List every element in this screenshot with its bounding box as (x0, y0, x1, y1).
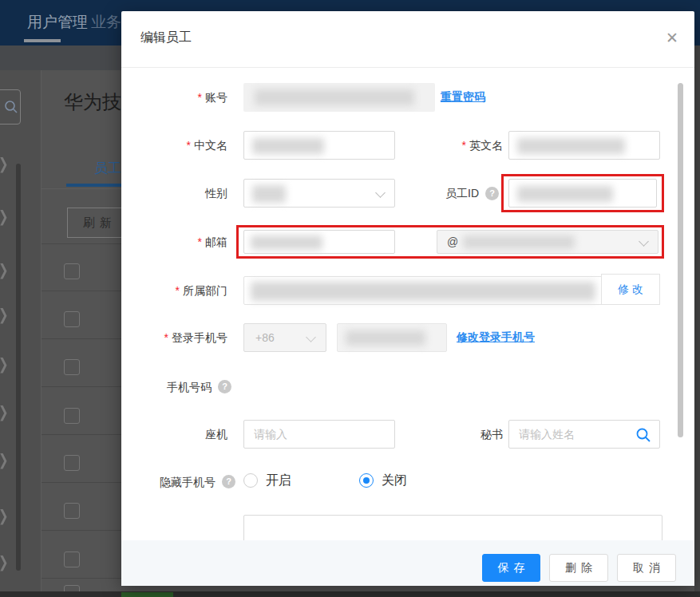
gender-value-redacted (252, 185, 286, 203)
email-local-value-redacted (251, 235, 322, 250)
landline-input-wrap (243, 420, 395, 449)
refresh-button[interactable]: 刷新 (67, 208, 128, 238)
email-domain-prefix: @ (447, 235, 458, 248)
landline-label: 座机 (121, 420, 227, 449)
screen: 用户管理 业务 ❯❯❯❯❯❯❯❯❯ 华为技 员工 刷新 编辑员工 ✕ *账号 (0, 0, 700, 597)
row-checkbox[interactable] (64, 552, 80, 567)
sidebar-scrollbar[interactable] (16, 164, 21, 571)
required-mark: * (176, 284, 180, 297)
edit-employee-dialog: 编辑员工 ✕ *账号 重置密码 *中文名 *英文名 性别 员工ID (121, 11, 694, 586)
mobile-label: 手机号码 (121, 379, 212, 395)
secretary-input-wrap (508, 420, 660, 449)
english-name-input[interactable] (508, 131, 660, 160)
dialog-header: 编辑员工 ✕ (121, 11, 694, 68)
account-label: *账号 (121, 83, 227, 112)
radio-on-label[interactable]: 开启 (266, 472, 291, 489)
nav-tab-user-management[interactable]: 用户管理 (27, 12, 88, 33)
background-green-element (121, 592, 173, 597)
email-domain-select[interactable]: @ (437, 230, 658, 254)
row-checkbox[interactable] (64, 408, 80, 424)
modify-department-button[interactable]: 修改 (601, 274, 660, 305)
hide-phone-label: 隐藏手机号 (121, 474, 216, 490)
tab-bar-divider (42, 188, 121, 189)
tab-active-underline (66, 184, 121, 187)
row-checkbox[interactable] (64, 263, 80, 279)
search-icon[interactable] (635, 427, 651, 443)
row-checkbox[interactable] (64, 503, 80, 519)
search-icon (4, 100, 18, 114)
radio-on[interactable] (243, 473, 258, 488)
modify-login-phone-link[interactable]: 修改登录手机号 (457, 330, 535, 345)
tree-expand-chevron-icon[interactable]: ❯ (0, 355, 9, 374)
required-mark: * (187, 139, 191, 152)
tree-expand-chevron-icon[interactable]: ❯ (0, 208, 9, 226)
login-phone-field (337, 323, 447, 352)
required-mark: * (198, 91, 202, 104)
table-row-divider (42, 434, 121, 435)
help-icon[interactable]: ? (218, 380, 231, 393)
reset-password-link[interactable]: 重置密码 (441, 90, 485, 105)
help-icon[interactable]: ? (222, 475, 235, 488)
tree-expand-chevron-icon[interactable]: ❯ (0, 553, 9, 571)
login-phone-value-redacted (346, 330, 425, 346)
required-mark: * (462, 139, 466, 152)
department-label: *所属部门 (121, 276, 227, 305)
nav-tab-business[interactable]: 业务 (91, 12, 121, 33)
save-button[interactable]: 保存 (482, 554, 540, 582)
sidebar-search-box[interactable] (0, 89, 21, 125)
chevron-down-icon (639, 236, 649, 247)
email-local-input[interactable] (243, 230, 395, 254)
department-field (243, 276, 603, 305)
landline-input[interactable] (244, 421, 394, 448)
email-label: *邮箱 (121, 227, 227, 256)
chevron-down-icon (375, 188, 386, 198)
table-row-divider (42, 291, 121, 291)
tree-expand-chevron-icon[interactable]: ❯ (0, 154, 9, 172)
table-row-divider (42, 578, 121, 579)
country-code-value: +86 (255, 331, 275, 344)
tree-expand-chevron-icon[interactable]: ❯ (0, 403, 9, 421)
chinese-name-input[interactable] (243, 131, 395, 160)
nav-active-underline (24, 39, 61, 42)
row-checkbox[interactable] (64, 359, 80, 375)
table-row-divider (42, 530, 121, 531)
gender-select[interactable] (243, 179, 395, 208)
dialog-title: 编辑员工 (140, 30, 192, 46)
dialog-footer: 保存 删除 取消 (121, 540, 694, 586)
employee-id-input[interactable] (508, 179, 657, 208)
tree-expand-chevron-icon[interactable]: ❯ (0, 306, 9, 324)
radio-off-label[interactable]: 关闭 (382, 472, 407, 489)
cancel-button[interactable]: 取消 (617, 554, 676, 582)
close-icon[interactable]: ✕ (666, 29, 678, 47)
employee-id-value-redacted (517, 186, 613, 202)
row-checkbox[interactable] (64, 455, 80, 471)
delete-button[interactable]: 删除 (549, 554, 608, 582)
dialog-scrollbar[interactable] (678, 83, 683, 437)
gender-label: 性别 (121, 179, 227, 208)
left-sidebar: ❯❯❯❯❯❯❯❯❯ (0, 70, 42, 597)
email-domain-value-redacted (463, 235, 575, 249)
account-field (243, 83, 435, 112)
english-name-label: *英文名 (397, 131, 503, 160)
secretary-label: 秘书 (397, 420, 503, 449)
required-mark: * (164, 331, 168, 344)
account-value-redacted (255, 89, 414, 105)
tree-expand-chevron-icon[interactable]: ❯ (0, 507, 9, 525)
table-row-divider (42, 386, 121, 387)
tree-expand-chevron-icon[interactable]: ❯ (0, 261, 9, 279)
help-icon[interactable]: ? (485, 187, 499, 200)
dimmed-right-strip (694, 45, 700, 591)
radio-off-selected[interactable] (359, 473, 374, 488)
tab-employee[interactable]: 员工 (94, 159, 121, 177)
tree-expand-chevron-icon[interactable]: ❯ (0, 451, 9, 469)
page-title: 华为技 (64, 89, 121, 115)
dimmed-bottom-strip (0, 591, 700, 597)
english-name-value-redacted (517, 138, 625, 154)
table-row-divider (42, 338, 121, 339)
row-checkbox[interactable] (64, 311, 80, 327)
chinese-name-value-redacted (252, 138, 324, 154)
country-code-select[interactable]: +86 (243, 323, 326, 352)
login-phone-label: *登录手机号 (121, 323, 227, 352)
table-row-divider (42, 243, 121, 244)
table-row-divider (42, 482, 121, 483)
